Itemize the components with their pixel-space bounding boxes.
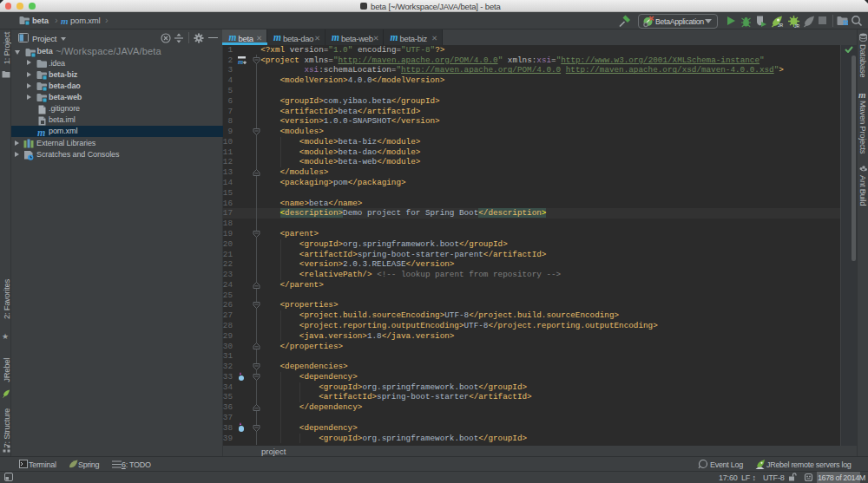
svg-text:JR: JR xyxy=(794,23,800,29)
svg-text:JR: JR xyxy=(778,23,784,28)
svg-text:m: m xyxy=(238,58,243,66)
